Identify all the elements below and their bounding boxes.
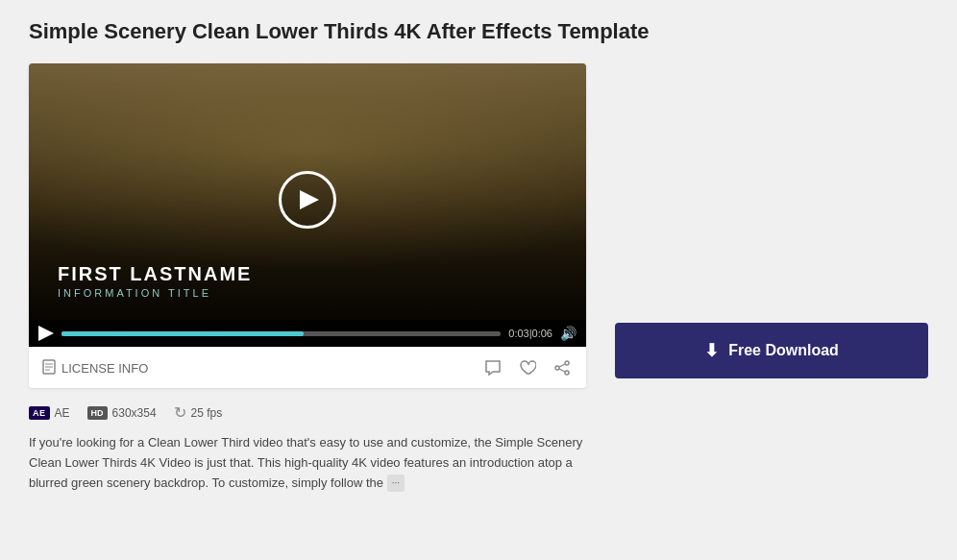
svg-point-4 <box>565 361 569 365</box>
video-controls: 0:03|0:06 🔊 <box>29 320 586 347</box>
svg-line-8 <box>559 369 565 372</box>
volume-icon[interactable]: 🔊 <box>560 326 577 341</box>
document-icon <box>42 359 56 377</box>
video-footer: LICENSE INFO <box>29 347 586 388</box>
play-pause-button[interactable] <box>38 326 54 341</box>
progress-bar[interactable] <box>61 331 501 336</box>
share-button[interactable] <box>552 357 573 378</box>
software-badge: AE AE <box>29 406 70 420</box>
video-container: FIRST LASTNAME INFORMATION TITLE 0:03|0:… <box>29 63 586 388</box>
description-text: If you're looking for a Clean Lower Thir… <box>29 433 586 493</box>
svg-point-6 <box>555 366 559 370</box>
fps-badge: ↻ 25 fps <box>174 403 223 422</box>
hd-icon: HD <box>87 406 108 420</box>
play-button[interactable] <box>279 171 336 229</box>
resolution-badge: HD 630x354 <box>87 406 157 420</box>
play-triangle-icon <box>300 190 319 209</box>
lower-third-title: INFORMATION TITLE <box>58 287 252 299</box>
progress-fill <box>61 331 304 336</box>
svg-point-5 <box>565 371 569 375</box>
read-more-button[interactable]: ··· <box>387 475 405 492</box>
comment-button[interactable] <box>482 357 503 378</box>
software-label: AE <box>55 406 70 420</box>
download-label: Free Download <box>728 342 839 359</box>
download-icon: ⬇ <box>704 340 719 361</box>
time-display: 0:03|0:06 <box>508 328 552 339</box>
fps-label: 25 fps <box>191 406 223 420</box>
license-info-label: LICENSE INFO <box>61 361 148 376</box>
ae-icon: AE <box>29 406 50 420</box>
video-preview: FIRST LASTNAME INFORMATION TITLE 0:03|0:… <box>29 63 586 347</box>
lower-third: FIRST LASTNAME INFORMATION TITLE <box>58 263 252 299</box>
description-content: If you're looking for a Clean Lower Thir… <box>29 435 582 490</box>
time-current: 0:03 <box>508 328 528 339</box>
license-info-button[interactable]: LICENSE INFO <box>42 359 148 377</box>
fps-icon: ↻ <box>174 403 186 422</box>
left-column: FIRST LASTNAME INFORMATION TITLE 0:03|0:… <box>29 63 586 493</box>
lower-third-name: FIRST LASTNAME <box>58 263 252 285</box>
free-download-button[interactable]: ⬇ Free Download <box>615 323 928 378</box>
meta-row: AE AE HD 630x354 ↻ 25 fps <box>29 403 586 422</box>
footer-actions <box>482 357 573 378</box>
like-button[interactable] <box>517 357 538 378</box>
right-column: ⬇ Free Download <box>615 63 928 378</box>
page-title: Simple Scenery Clean Lower Thirds 4K Aft… <box>29 19 928 44</box>
time-total: 0:06 <box>532 328 552 339</box>
svg-line-7 <box>559 364 565 367</box>
resolution-label: 630x354 <box>112 406 157 420</box>
